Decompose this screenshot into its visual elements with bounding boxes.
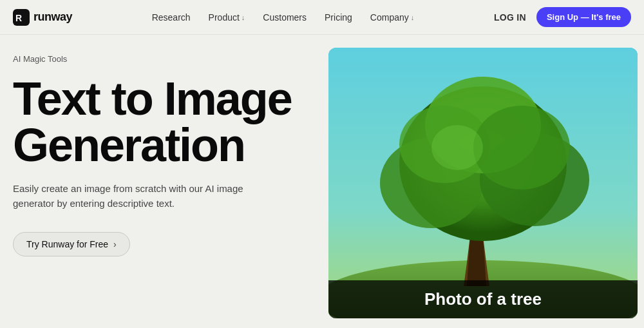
image-caption: Photo of a tree [328, 280, 638, 318]
product-chevron-icon: ↓ [242, 14, 245, 21]
hero-right: Photo of a tree [328, 35, 638, 328]
cta-label: Try Runway for Free [26, 239, 108, 249]
signup-button[interactable]: Sign Up — It's free [536, 7, 631, 27]
nav-research[interactable]: Research [152, 12, 191, 23]
login-button[interactable]: LOG IN [494, 12, 526, 23]
company-chevron-icon: ↓ [411, 14, 415, 21]
hero-image: Photo of a tree [328, 48, 638, 318]
cta-arrow-icon: › [113, 239, 117, 249]
nav-pricing[interactable]: Pricing [325, 12, 352, 23]
logo[interactable]: R runway [13, 9, 72, 26]
navbar: R runway Research Product ↓ Customers Pr… [0, 0, 644, 35]
svg-point-9 [473, 106, 570, 189]
hero-description: Easily create an image from scratch with… [13, 181, 283, 211]
tree-svg [328, 48, 638, 318]
nav-company[interactable]: Company ↓ [370, 12, 414, 23]
main-content: AI Magic Tools Text to Image Generation … [0, 35, 644, 328]
runway-logo-icon: R [13, 9, 30, 26]
nav-customers[interactable]: Customers [263, 12, 307, 23]
hero-left: AI Magic Tools Text to Image Generation … [13, 35, 328, 256]
nav-actions: LOG IN Sign Up — It's free [494, 7, 631, 27]
svg-text:R: R [15, 13, 22, 23]
nav-product[interactable]: Product ↓ [209, 12, 245, 23]
hero-title: Text to Image Generation [13, 75, 316, 168]
nav-links: Research Product ↓ Customers Pricing Com… [152, 12, 415, 23]
cta-button[interactable]: Try Runway for Free › [13, 232, 130, 256]
breadcrumb: AI Magic Tools [13, 54, 316, 64]
svg-point-10 [431, 125, 483, 170]
logo-text: runway [33, 10, 72, 24]
